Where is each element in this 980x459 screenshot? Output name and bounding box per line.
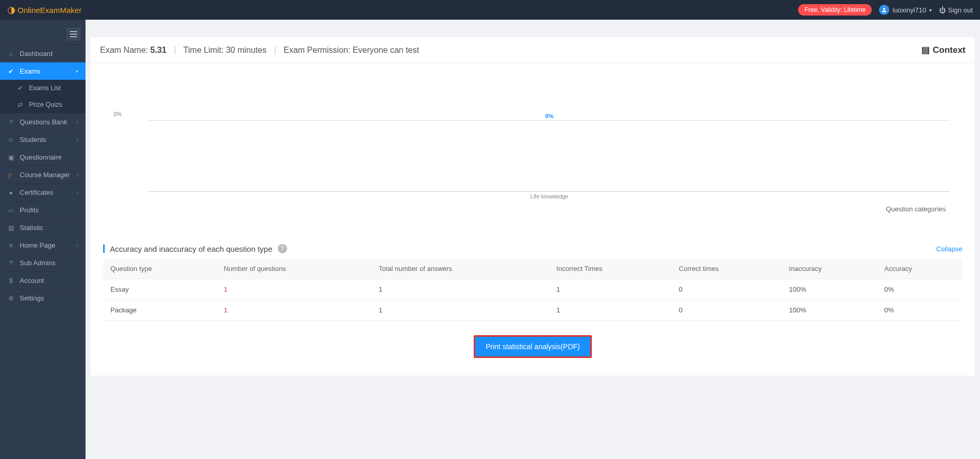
sidebar-item-home-page[interactable]: ≡ Home Page ‹ [0,236,86,254]
chevron-left-icon: ‹ [77,190,78,195]
sidebar-item-label: Profits [20,206,78,214]
section-accent-bar [103,245,105,253]
check-circle-icon: ✔ [7,68,15,75]
section-title-wrap: Accuracy and inaccuracy of each question… [103,244,287,253]
chevron-left-icon: ‹ [77,172,78,178]
exam-name-value: 5.31 [150,46,166,54]
sidebar-item-certificates[interactable]: ● Certificates ‹ [0,183,86,201]
sidebar-item-label: Exams List [29,84,78,92]
print-pdf-button[interactable]: Print statistical analysis(PDF) [474,335,592,358]
avatar-icon [879,5,889,15]
sidebar-item-statistic[interactable]: ▥ Statistic [0,219,86,236]
chart-question-categories: 0% 0% Life knowledge Question categories [91,63,975,217]
sidebar-item-label: Prize Quizs [29,101,78,108]
gear-icon: ⚙ [7,295,15,302]
cell-inaccuracy: 100% [782,300,877,321]
sidebar-item-label: Exams [20,67,70,75]
main-content: Exam Name: 5.31 | Time Limit: 30 minutes… [86,20,980,459]
sliders-icon: ≡ [7,242,15,249]
accuracy-table: Question type Number of questions Total … [103,259,962,321]
cell-question-type: Essay [103,279,217,300]
sidebar-item-dashboard[interactable]: ⌂ Dashboard [0,45,86,62]
sidebar-item-students[interactable]: ☺ Students ‹ [0,131,86,148]
bars-icon: ▥ [7,224,15,232]
print-button-wrap: Print statistical analysis(PDF) [91,335,975,358]
cell-correct: 0 [672,279,782,300]
topbar: ◑ OnlineExamMaker Free, Validity: Lifeti… [0,0,980,20]
plan-badge[interactable]: Free, Validity: Lifetime [798,4,872,16]
col-accuracy: Accuracy [877,259,962,279]
sidebar-item-course-manager[interactable]: 🎓 Course Manager ‹ [0,166,86,183]
cell-accuracy: 0% [877,300,962,321]
medal-icon: ● [7,189,15,196]
sidebar-item-sub-admins[interactable]: ? Sub Admins [0,254,86,271]
check-circle-icon: ✔ [17,84,24,92]
chart-baseline [149,120,950,121]
sidebar-item-label: Course Manager [20,171,72,179]
table-row: Essay 1 1 1 0 100% 0% [103,279,962,300]
logo-icon: ◑ [7,4,16,16]
cell-incorrect: 1 [549,300,672,321]
sidebar-toggle[interactable] [67,28,80,40]
cell-incorrect: 1 [549,279,672,300]
context-button[interactable]: ▤ Context [921,45,965,55]
col-question-type: Question type [103,259,217,279]
sidebar-item-account[interactable]: $ Account [0,271,86,289]
table-header-row: Question type Number of questions Total … [103,259,962,279]
power-icon: ⏻ [939,6,946,14]
sidebar-item-exams[interactable]: ✔ Exams ▾ [0,62,86,80]
sidebar-item-label: Questionnaire [20,153,78,161]
sidebar-item-label: Students [20,136,72,144]
logo-text: OnlineExamMaker [18,6,81,15]
topbar-right: Free, Validity: Lifetime luoxinyi710 ▾ ⏻… [798,4,973,16]
sidebar-sub-exams-list[interactable]: ✔ Exams List [0,80,86,96]
exam-header-left: Exam Name: 5.31 | Time Limit: 30 minutes… [100,46,419,55]
sidebar: ⌂ Dashboard ✔ Exams ▾ ✔ Exams List ⇄ Pri… [0,20,86,459]
logo[interactable]: ◑ OnlineExamMaker [7,4,81,16]
book-icon: ▤ [921,45,930,55]
cell-num-questions: 1 [217,279,372,300]
chevron-down-icon: ▾ [76,68,78,74]
chevron-left-icon: ‹ [77,119,78,125]
sidebar-item-settings[interactable]: ⚙ Settings [0,289,86,307]
signout-button[interactable]: ⏻ Sign out [939,6,973,14]
sidebar-item-label: Dashboard [20,50,78,58]
question-icon: ? [7,260,15,267]
content-card: 0% 0% Life knowledge Question categories… [91,63,975,376]
context-label: Context [933,45,965,55]
permission-label: Exam Permission: Everyone can test [283,46,419,54]
sidebar-item-questionnaire[interactable]: ▣ Questionnaire [0,148,86,166]
chevron-down-icon: ▾ [929,7,932,13]
sidebar-item-label: Questions Bank [20,118,72,126]
col-inaccuracy: Inaccuracy [782,259,877,279]
sidebar-item-label: Account [20,277,78,284]
home-icon: ⌂ [7,50,15,58]
cell-inaccuracy: 100% [782,279,877,300]
chart-y-tick: 0% [113,111,122,117]
chart-x-category: Life knowledge [530,193,568,199]
cell-accuracy: 0% [877,279,962,300]
dollar-icon: $ [7,277,15,284]
cell-num-questions: 1 [217,300,372,321]
sidebar-item-questions-bank[interactable]: ? Questions Bank ‹ [0,113,86,131]
shuffle-icon: ⇄ [17,101,24,108]
question-icon: ? [7,119,15,126]
col-total-answers: Total number of answers [372,259,549,279]
sidebar-item-label: Settings [20,294,78,302]
chevron-left-icon: ‹ [77,242,78,248]
table-row: Package 1 1 1 0 100% 0% [103,300,962,321]
separator: | [174,46,176,54]
cell-correct: 0 [672,300,782,321]
sidebar-item-label: Sub Admins [20,259,78,267]
sidebar-sub-prize-quizs[interactable]: ⇄ Prize Quizs [0,96,86,113]
help-icon[interactable]: ? [278,244,287,253]
cell-question-type: Package [103,300,217,321]
col-number-questions: Number of questions [217,259,372,279]
user-menu[interactable]: luoxinyi710 ▾ [879,5,932,15]
chart-plot-area: 0% Life knowledge [149,73,950,192]
chart-x-axis-title: Question categories [116,205,946,213]
sidebar-item-profits[interactable]: ▭ Profits [0,201,86,219]
sidebar-item-label: Certificates [20,189,72,196]
col-incorrect-times: Incorrect Times [549,259,672,279]
collapse-button[interactable]: Collapse [936,245,962,253]
